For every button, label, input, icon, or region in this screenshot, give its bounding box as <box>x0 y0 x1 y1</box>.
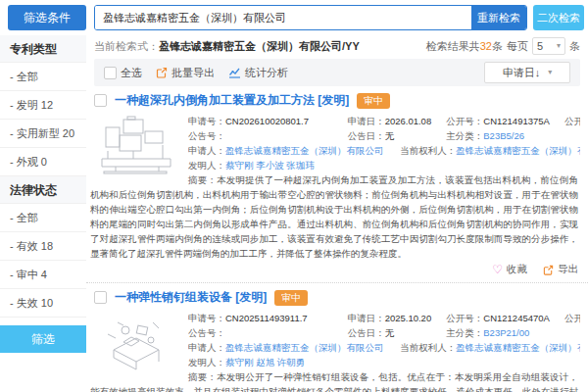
ann-date-value: 无 <box>385 130 395 141</box>
select-all-checkbox[interactable] <box>104 67 117 79</box>
abstract-label: 摘要： <box>188 371 217 382</box>
sidebar-item-design[interactable]: - 外观 0 <box>0 148 86 176</box>
select-all-label: 全选 <box>121 66 142 80</box>
pub-date-label: 公开日： <box>564 313 580 323</box>
status-badge: 审中 <box>357 93 390 109</box>
line-chart-icon <box>228 67 241 78</box>
applicant-link[interactable]: 盈锋志诚嘉精密五金（深圳）有限公司 <box>225 342 384 353</box>
filter-sidebar: 专利类型 - 全部 - 发明 12 - 实用新型 20 - 外观 0 法律状态 … <box>0 35 86 392</box>
inventor-label: 发明人： <box>188 357 225 368</box>
pub-no-value: CN121491375A <box>483 116 550 126</box>
app-date-value: 2025.10.20 <box>385 313 432 323</box>
abstract-text: 本发明提供了一种超深孔内倒角加工装置及加工方法，该装置包括出料机构，前位倒角机构… <box>90 174 578 259</box>
sidebar-item-pending[interactable]: - 审中 4 <box>0 261 86 289</box>
sidebar-item-invention[interactable]: - 发明 12 <box>0 91 86 120</box>
patent-drawing-thumbnail[interactable] <box>94 313 178 371</box>
sidebar-item-utility-model[interactable]: - 实用新型 20 <box>0 120 86 148</box>
result-count: 32 <box>480 40 492 52</box>
patent-fields-row-2: 公告号： 公告日：无 主分类：B23B5/26 <box>188 128 580 143</box>
result-count-text: 检索结果共32条 <box>426 35 503 57</box>
patent-fields-row-3: 申请人：盈锋志诚嘉精密五金（深圳）有限公司 当前权利人：盈锋志诚嘉精密五金（深圳… <box>188 340 580 355</box>
sort-label: 申请日↓ <box>503 66 541 80</box>
main-class-label: 主分类： <box>446 327 483 338</box>
patent-title-row: 一种弹性销钉组装设备 [发明] 审中 <box>90 289 580 306</box>
per-page-select[interactable]: 5▾ <box>532 37 565 55</box>
patent-fields-row-4: 发明人：蔡守刚 李小波 张珈玮 <box>188 158 580 172</box>
patent-fields-row-2: 公告号： 公告日：无 主分类：B23P21/00 <box>188 325 580 340</box>
app-no-label: 申请号： <box>188 116 225 126</box>
main-class-link[interactable]: B23B5/26 <box>483 130 524 141</box>
pub-no-label: 公开号： <box>446 313 483 323</box>
patent-title-link[interactable]: 一种弹性销钉组装设备 [发明] <box>115 289 267 306</box>
app-no-value: CN202511493911.7 <box>225 313 308 323</box>
sidebar-item-all-status[interactable]: - 全部 <box>0 204 86 232</box>
heart-icon: ♡ <box>492 264 503 275</box>
search-input[interactable] <box>95 6 471 29</box>
sidebar-section-patent-type: 专利类型 <box>0 35 86 63</box>
batch-export-button[interactable]: 批量导出 <box>156 66 215 80</box>
patent-body: 申请号：CN202610020801.7 申请日：2026.01.08 公开号：… <box>90 114 580 261</box>
export-icon <box>543 265 554 275</box>
research-button[interactable]: 重新检索 <box>471 6 526 29</box>
batch-export-label: 批量导出 <box>172 66 215 80</box>
sidebar-item-valid[interactable]: - 有效 18 <box>0 232 86 261</box>
patent-fields-row-1: 申请号：CN202610020801.7 申请日：2026.01.08 公开号：… <box>188 114 580 128</box>
applicant-label: 申请人： <box>188 145 225 156</box>
patent-checkbox[interactable] <box>94 94 107 107</box>
stats-analysis-button[interactable]: 统计分析 <box>228 66 288 80</box>
patent-search-page: 筛选条件 重新检索 二次检索 专利类型 - 全部 - 发明 12 - 实用新型 … <box>0 0 588 392</box>
patent-actions: ♡ 收藏 导出 <box>90 263 580 276</box>
main-class-link[interactable]: B23P21/00 <box>483 327 529 338</box>
holder-link[interactable]: 盈锋志诚嘉精密五金（深圳）有限公司 <box>456 342 580 353</box>
caret-down-icon: ▾ <box>557 42 561 50</box>
main-class-label: 主分类： <box>446 130 483 141</box>
sidebar-section-legal-status: 法律状态 <box>0 176 86 204</box>
patent-checkbox[interactable] <box>94 291 107 304</box>
ann-date-label: 公告日： <box>348 130 385 141</box>
query-value: 盈锋志诚嘉精密五金（深圳）有限公司/YY <box>159 40 360 52</box>
patent-fields-row-4: 发明人：蔡守刚 赵旭 许朝勇 <box>188 355 580 369</box>
patent-body: 申请号：CN202511493911.7 申请日：2025.10.20 公开号：… <box>90 311 580 392</box>
inventor-links[interactable]: 蔡守刚 李小波 张珈玮 <box>225 160 315 171</box>
pub-no-value: CN121245470A <box>483 313 550 323</box>
app-date-label: 申请日： <box>348 116 385 126</box>
sort-dropdown[interactable]: 申请日↓ ▾ <box>484 62 570 83</box>
patent-abstract: 摘要：本发明提供了一种超深孔内倒角加工装置及加工方法，该装置包括出料机构，前位倒… <box>90 172 578 261</box>
pub-date-label: 公开日： <box>564 116 580 126</box>
applicant-label: 申请人： <box>188 342 225 353</box>
stats-analysis-label: 统计分析 <box>245 66 288 80</box>
patent-drawing-thumbnail[interactable] <box>94 116 178 174</box>
sidebar-item-invalid[interactable]: - 失效 10 <box>0 289 86 318</box>
per-page-label: 每页 <box>507 35 528 57</box>
secondary-search-button[interactable]: 二次检索 <box>533 5 584 30</box>
per-page-unit: 条 <box>569 35 580 57</box>
app-date-label: 申请日： <box>348 313 385 323</box>
results-toolbar: 全选 批量导出 统计分析 申请日↓ ▾ <box>94 59 580 86</box>
patent-abstract: 摘要：本发明公开了一种弹性销钉组装设备，包括。优点在于：本发明采用全自动组装设计… <box>90 369 578 392</box>
patent-fields-row-1: 申请号：CN202511493911.7 申请日：2025.10.20 公开号：… <box>188 311 580 325</box>
abstract-text: 本发明公开了一种弹性销钉组装设备，包括。优点在于：本发明采用全自动组装设计，能有… <box>90 371 578 392</box>
patent-title-row: 一种超深孔内倒角加工装置及加工方法 [发明] 审中 <box>90 92 580 109</box>
patent-fields-row-3: 申请人：盈锋志诚嘉精密五金（深圳）有限公司 当前权利人：盈锋志诚嘉精密五金（深圳… <box>188 143 580 158</box>
top-search-bar: 筛选条件 重新检索 二次检索 <box>0 0 588 35</box>
apply-filter-button[interactable]: 筛选 <box>0 325 86 353</box>
app-no-label: 申请号： <box>188 313 225 323</box>
sidebar-item-all-types[interactable]: - 全部 <box>0 63 86 91</box>
applicant-link[interactable]: 盈锋志诚嘉精密五金（深圳）有限公司 <box>225 145 384 156</box>
patent-result-1: 一种超深孔内倒角加工装置及加工方法 [发明] 审中 申请号：CN20261002… <box>86 86 588 283</box>
filter-conditions-button[interactable]: 筛选条件 <box>8 5 86 30</box>
export-button[interactable]: 导出 <box>543 263 578 276</box>
export-icon <box>156 67 168 78</box>
patent-title-link[interactable]: 一种超深孔内倒角加工装置及加工方法 [发明] <box>115 92 349 109</box>
status-badge: 审中 <box>274 290 308 306</box>
holder-link[interactable]: 盈锋志诚嘉精密五金（深圳）有限公司 <box>456 145 580 156</box>
ann-date-label: 公告日： <box>348 327 385 338</box>
search-group: 重新检索 <box>94 5 527 30</box>
results-main: 当前检索式：盈锋志诚嘉精密五金（深圳）有限公司/YY 检索结果共32条 每页 5… <box>86 35 588 392</box>
inventor-links[interactable]: 蔡守刚 赵旭 许朝勇 <box>225 357 305 368</box>
select-all-control[interactable]: 全选 <box>104 66 142 80</box>
holder-label: 当前权利人： <box>400 342 456 353</box>
ann-date-value: 无 <box>385 327 395 338</box>
export-label: 导出 <box>558 263 578 276</box>
collect-button[interactable]: ♡ 收藏 <box>492 263 527 276</box>
